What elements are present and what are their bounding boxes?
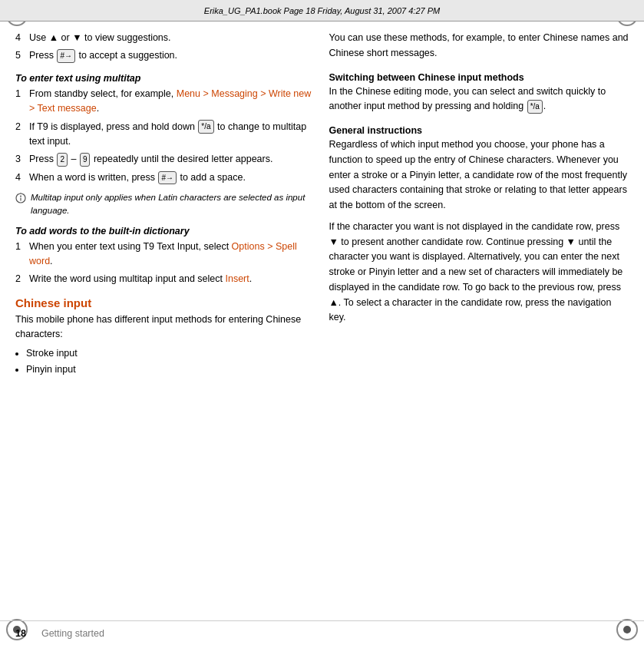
multitap-item-1: 1 From standby select, for example, Menu… bbox=[15, 87, 315, 117]
multitap-item-4: 4 When a word is written, press #→ to ad… bbox=[15, 170, 315, 185]
note-icon bbox=[15, 193, 26, 203]
general-text-2: If the character you want is not display… bbox=[329, 220, 629, 326]
right-intro-text: You can use these methods, for example, … bbox=[329, 31, 629, 61]
svg-point-1 bbox=[20, 196, 21, 197]
multitap-item-3: 3 Press 2 – 9 repeatedly until the desir… bbox=[15, 152, 315, 167]
bullet-stroke: Stroke input bbox=[26, 346, 315, 361]
note-block: Multitap input only applies when Latin c… bbox=[15, 191, 315, 218]
list-item-5: 5 Press #→ to accept a suggestion. bbox=[15, 48, 315, 63]
item-num-5: 5 bbox=[15, 48, 26, 63]
multitap-heading: To enter text using multitap bbox=[15, 73, 315, 84]
insert-link: Insert bbox=[225, 273, 249, 284]
item-text-4: Use ▲ or ▼ to view suggestions. bbox=[29, 31, 315, 45]
right-column: You can use these methods, for example, … bbox=[329, 31, 629, 613]
header-title: Erika_UG_PA1.book Page 18 Friday, August… bbox=[8, 6, 636, 15]
content-area: 4 Use ▲ or ▼ to view suggestions. 5 Pres… bbox=[0, 22, 644, 620]
list-item-4: 4 Use ▲ or ▼ to view suggestions. bbox=[15, 31, 315, 45]
note-text: Multitap input only applies when Latin c… bbox=[31, 191, 315, 218]
item-num-4: 4 bbox=[15, 31, 26, 45]
chinese-input-heading: Chinese input bbox=[15, 296, 315, 309]
chinese-bullet-list: Stroke input Pinyin input bbox=[26, 346, 315, 378]
header-bar: Erika_UG_PA1.book Page 18 Friday, August… bbox=[0, 0, 644, 22]
dict-item-1: 1 When you enter text using T9 Text Inpu… bbox=[15, 240, 315, 270]
item-text-5: Press #→ to accept a suggestion. bbox=[29, 48, 315, 63]
page-container: Erika_UG_PA1.book Page 18 Friday, August… bbox=[0, 0, 644, 645]
multitap-item-2: 2 If T9 is displayed, press and hold dow… bbox=[15, 120, 315, 150]
dict-item-2: 2 Write the word using multitap input an… bbox=[15, 272, 315, 286]
svg-line-5 bbox=[18, 194, 18, 195]
svg-line-4 bbox=[24, 194, 25, 195]
dictionary-heading: To add words to the built-in dictionary bbox=[15, 226, 315, 237]
menu-link: Menu > Messaging > Write new > Text mess… bbox=[29, 88, 311, 114]
footer-section-label: Getting started bbox=[41, 628, 104, 639]
general-heading: General instructions bbox=[329, 125, 629, 136]
options-link: Options > Spell word bbox=[29, 241, 297, 266]
general-text-1: Regardless of which input method you cho… bbox=[329, 137, 629, 213]
switching-heading: Switching between Chinese input methods bbox=[329, 72, 629, 83]
chinese-intro-text: This mobile phone has different input me… bbox=[15, 313, 315, 342]
footer-bar: 18 Getting started bbox=[0, 620, 644, 645]
bullet-pinyin: Pinyin input bbox=[26, 362, 315, 377]
footer-page-number: 18 bbox=[15, 628, 26, 639]
switching-text: In the Chinese editing mode, you can sel… bbox=[329, 84, 629, 115]
left-column: 4 Use ▲ or ▼ to view suggestions. 5 Pres… bbox=[15, 31, 315, 613]
